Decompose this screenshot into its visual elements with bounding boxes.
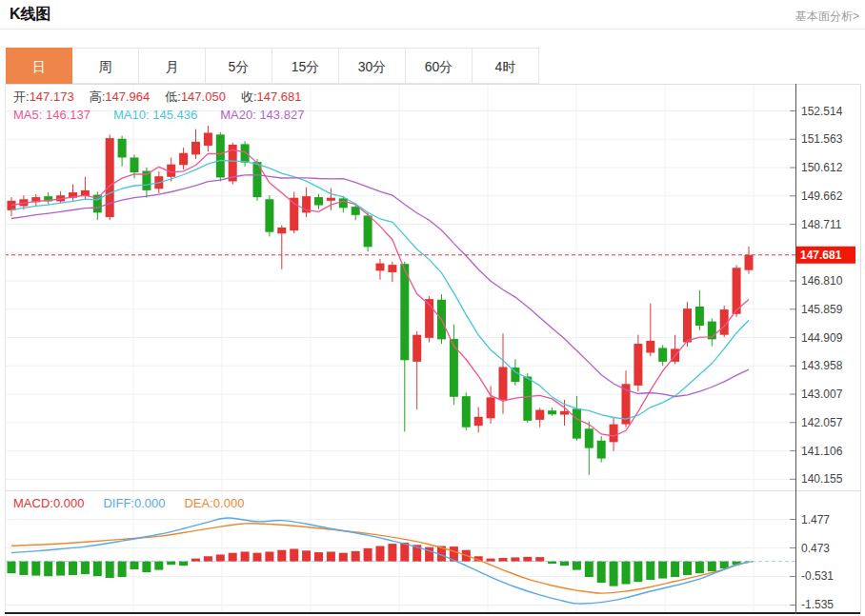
dea-value-legend: DEA:0.000 (184, 496, 244, 510)
macd-bar (142, 562, 151, 572)
candle-body (487, 397, 495, 418)
macd-bar (499, 558, 508, 562)
ma20-value: 143.827 (259, 108, 304, 122)
macd-bar (560, 562, 569, 566)
price-tick-label: 152.514 (801, 105, 843, 118)
macd-bar (56, 562, 65, 576)
candle-body (118, 139, 127, 158)
macd-bar (352, 551, 360, 562)
ma20-label: MA20: (220, 108, 256, 122)
ohlc-low: 低:147.050 (165, 89, 226, 104)
dea-value: 0.000 (213, 496, 245, 510)
candle-body (388, 265, 396, 272)
diff-value-legend: DIFF:0.000 (103, 496, 165, 510)
candle-body (535, 410, 544, 420)
candle-body (106, 138, 114, 217)
macd-bar (93, 562, 102, 577)
macd-bar (339, 553, 348, 562)
candle-body (695, 307, 704, 326)
candle-body (462, 396, 471, 427)
macd-tick-label: -1.535 (801, 598, 834, 611)
price-tick-label: 148.711 (801, 218, 842, 231)
price-tick-label: 151.563 (801, 132, 843, 146)
candle-body (277, 228, 286, 233)
candle-body (327, 198, 335, 201)
ma5-legend: MA5: 146.137 (13, 108, 91, 122)
macd-bar (241, 551, 250, 561)
macd-bar (487, 559, 495, 562)
macd-bar (658, 562, 667, 579)
macd-label: MACD: (13, 496, 53, 510)
ohlc-open-value: 147.173 (30, 89, 74, 104)
diff-value: 0.000 (134, 496, 166, 510)
macd-bar (81, 562, 90, 574)
candle-body (400, 264, 409, 360)
candle-body (450, 339, 458, 397)
macd-bar (118, 562, 127, 577)
macd-bar (44, 562, 52, 577)
candle-body (523, 377, 532, 421)
macd-bar (229, 553, 237, 562)
price-tick-label: 141.106 (801, 445, 843, 458)
candle-body (191, 142, 200, 154)
ohlc-low-label: 低: (165, 89, 181, 104)
price-tick-label: 144.909 (801, 331, 843, 345)
macd-bar (131, 562, 139, 569)
macd-tick-label: -0.531 (801, 569, 834, 583)
macd-bar (314, 552, 323, 562)
macd-bar (400, 543, 409, 562)
price-tick-label: 140.155 (801, 472, 843, 486)
macd-bar (585, 562, 593, 577)
candle-body (585, 428, 593, 447)
macd-bar (535, 557, 544, 561)
ohlc-high: 高:147.964 (90, 89, 151, 104)
macd-bar (327, 551, 335, 561)
ohlc-high-value: 147.964 (105, 89, 150, 104)
kline-widget: K线图 基本面分析> 日周月5分15分30分60分4时 152.514151.5… (0, 0, 865, 616)
price-tick-label: 143.007 (801, 387, 843, 401)
macd-bar (31, 562, 40, 576)
candle-body (412, 335, 421, 362)
macd-bar (167, 562, 175, 566)
macd-bar (216, 554, 225, 561)
ma5-value: 146.137 (46, 108, 91, 122)
macd-bar (8, 562, 16, 574)
macd-bar (19, 562, 28, 575)
macd-bar (634, 562, 642, 583)
macd-tick-label: 1.477 (801, 513, 830, 527)
diff-label: DIFF: (103, 496, 134, 510)
macd-bar (523, 557, 532, 562)
macd-value-legend: MACD:0.000 (13, 496, 84, 510)
macd-bar (191, 559, 200, 562)
ma20-legend: MA20: 143.827 (220, 108, 304, 122)
candle-body (339, 198, 348, 208)
candle-body (474, 417, 483, 426)
candle-body (216, 134, 225, 177)
price-tick-label: 149.662 (801, 189, 843, 203)
price-tick-label: 142.057 (801, 416, 843, 429)
macd-bar (511, 557, 519, 561)
candle-body (548, 410, 556, 414)
macd-bar (277, 550, 286, 562)
candle-body (352, 207, 360, 215)
candle-body (610, 425, 618, 443)
candle-body (499, 367, 508, 399)
candle-body (131, 157, 139, 172)
candle-body (745, 255, 754, 270)
macd-bar (364, 548, 372, 562)
macd-bar (683, 562, 692, 575)
candle-body (241, 144, 250, 162)
candle-body (314, 197, 323, 205)
dea-label: DEA: (184, 496, 212, 510)
macd-bar (695, 562, 704, 574)
ma5-label: MA5: (13, 108, 42, 122)
price-tick-label: 145.859 (801, 303, 843, 316)
candle-body (179, 153, 188, 166)
macd-bar (548, 562, 556, 564)
ohlc-close-label: 收: (241, 89, 257, 104)
candle-body (597, 441, 606, 459)
macd-bar (597, 562, 606, 583)
macd-legend: MACD:0.000DIFF:0.000DEA:0.000 (13, 496, 263, 511)
ma10-legend: MA10: 145.436 (113, 108, 197, 122)
macd-bar (708, 562, 716, 571)
